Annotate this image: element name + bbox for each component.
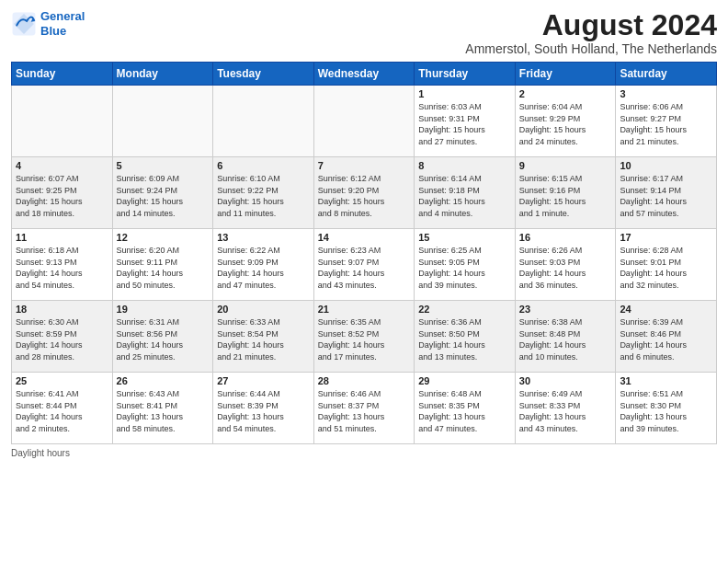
- col-monday: Monday: [112, 63, 213, 86]
- day-info: Sunrise: 6:04 AM Sunset: 9:29 PM Dayligh…: [519, 101, 612, 147]
- day-number: 14: [318, 232, 411, 243]
- table-row: 10Sunrise: 6:17 AM Sunset: 9:14 PM Dayli…: [616, 157, 717, 229]
- day-info: Sunrise: 6:46 AM Sunset: 8:37 PM Dayligh…: [318, 388, 411, 434]
- col-thursday: Thursday: [415, 63, 516, 86]
- table-row: 11Sunrise: 6:18 AM Sunset: 9:13 PM Dayli…: [12, 229, 113, 301]
- day-number: 1: [418, 88, 511, 99]
- day-number: 13: [217, 232, 310, 243]
- table-row: 8Sunrise: 6:14 AM Sunset: 9:18 PM Daylig…: [415, 157, 516, 229]
- day-number: 27: [217, 375, 310, 386]
- day-number: 29: [418, 375, 511, 386]
- table-row: [12, 86, 113, 157]
- col-saturday: Saturday: [616, 63, 717, 86]
- table-row: 2Sunrise: 6:04 AM Sunset: 9:29 PM Daylig…: [515, 86, 616, 157]
- day-info: Sunrise: 6:12 AM Sunset: 9:20 PM Dayligh…: [318, 173, 411, 219]
- table-row: 29Sunrise: 6:48 AM Sunset: 8:35 PM Dayli…: [415, 373, 516, 444]
- month-title: August 2024: [465, 9, 717, 41]
- table-row: 7Sunrise: 6:12 AM Sunset: 9:20 PM Daylig…: [313, 157, 415, 229]
- day-number: 23: [519, 304, 612, 315]
- table-row: 13Sunrise: 6:22 AM Sunset: 9:09 PM Dayli…: [213, 229, 314, 301]
- table-row: 16Sunrise: 6:26 AM Sunset: 9:03 PM Dayli…: [515, 229, 616, 301]
- day-number: 18: [16, 304, 108, 315]
- location: Ammerstol, South Holland, The Netherland…: [465, 41, 717, 56]
- table-row: 14Sunrise: 6:23 AM Sunset: 9:07 PM Dayli…: [313, 229, 415, 301]
- day-info: Sunrise: 6:44 AM Sunset: 8:39 PM Dayligh…: [217, 388, 310, 434]
- day-number: 24: [620, 304, 712, 315]
- day-number: 6: [217, 160, 310, 171]
- day-info: Sunrise: 6:18 AM Sunset: 9:13 PM Dayligh…: [16, 245, 108, 291]
- table-row: 4Sunrise: 6:07 AM Sunset: 9:25 PM Daylig…: [12, 157, 113, 229]
- footer-note: Daylight hours: [11, 448, 717, 458]
- day-info: Sunrise: 6:17 AM Sunset: 9:14 PM Dayligh…: [620, 173, 712, 219]
- day-number: 30: [519, 375, 612, 386]
- table-row: 6Sunrise: 6:10 AM Sunset: 9:22 PM Daylig…: [213, 157, 314, 229]
- day-number: 11: [16, 232, 108, 243]
- table-row: 3Sunrise: 6:06 AM Sunset: 9:27 PM Daylig…: [616, 86, 717, 157]
- day-info: Sunrise: 6:06 AM Sunset: 9:27 PM Dayligh…: [620, 101, 712, 147]
- day-info: Sunrise: 6:39 AM Sunset: 8:46 PM Dayligh…: [620, 316, 712, 362]
- col-wednesday: Wednesday: [313, 63, 415, 86]
- day-number: 7: [318, 160, 411, 171]
- day-info: Sunrise: 6:20 AM Sunset: 9:11 PM Dayligh…: [117, 245, 210, 291]
- daylight-note: Daylight hours: [11, 448, 70, 458]
- day-info: Sunrise: 6:35 AM Sunset: 8:52 PM Dayligh…: [318, 316, 411, 362]
- day-number: 3: [620, 88, 712, 99]
- day-number: 15: [418, 232, 511, 243]
- logo-icon: [11, 11, 37, 37]
- logo-line1: General: [40, 9, 85, 23]
- table-row: 26Sunrise: 6:43 AM Sunset: 8:41 PM Dayli…: [112, 373, 213, 444]
- day-number: 8: [418, 160, 511, 171]
- table-row: 18Sunrise: 6:30 AM Sunset: 8:59 PM Dayli…: [12, 301, 113, 373]
- table-row: 20Sunrise: 6:33 AM Sunset: 8:54 PM Dayli…: [213, 301, 314, 373]
- day-info: Sunrise: 6:26 AM Sunset: 9:03 PM Dayligh…: [519, 245, 612, 291]
- day-number: 31: [620, 375, 712, 386]
- day-info: Sunrise: 6:38 AM Sunset: 8:48 PM Dayligh…: [519, 316, 612, 362]
- col-friday: Friday: [515, 63, 616, 86]
- table-row: [213, 86, 314, 157]
- day-info: Sunrise: 6:07 AM Sunset: 9:25 PM Dayligh…: [16, 173, 108, 219]
- day-number: 26: [117, 375, 210, 386]
- day-info: Sunrise: 6:14 AM Sunset: 9:18 PM Dayligh…: [418, 173, 511, 219]
- table-row: [313, 86, 415, 157]
- title-block: August 2024 Ammerstol, South Holland, Th…: [465, 9, 717, 56]
- day-info: Sunrise: 6:10 AM Sunset: 9:22 PM Dayligh…: [217, 173, 310, 219]
- day-info: Sunrise: 6:48 AM Sunset: 8:35 PM Dayligh…: [418, 388, 511, 434]
- day-number: 20: [217, 304, 310, 315]
- day-info: Sunrise: 6:49 AM Sunset: 8:33 PM Dayligh…: [519, 388, 612, 434]
- table-row: 9Sunrise: 6:15 AM Sunset: 9:16 PM Daylig…: [515, 157, 616, 229]
- page: General Blue August 2024 Ammerstol, Sout…: [0, 0, 728, 563]
- day-info: Sunrise: 6:43 AM Sunset: 8:41 PM Dayligh…: [117, 388, 210, 434]
- logo-text: General Blue: [40, 9, 85, 38]
- table-row: 23Sunrise: 6:38 AM Sunset: 8:48 PM Dayli…: [515, 301, 616, 373]
- day-info: Sunrise: 6:25 AM Sunset: 9:05 PM Dayligh…: [418, 245, 511, 291]
- day-info: Sunrise: 6:30 AM Sunset: 8:59 PM Dayligh…: [16, 316, 108, 362]
- table-row: 24Sunrise: 6:39 AM Sunset: 8:46 PM Dayli…: [616, 301, 717, 373]
- day-number: 19: [117, 304, 210, 315]
- table-row: [112, 86, 213, 157]
- day-info: Sunrise: 6:36 AM Sunset: 8:50 PM Dayligh…: [418, 316, 511, 362]
- day-number: 10: [620, 160, 712, 171]
- col-sunday: Sunday: [12, 63, 113, 86]
- day-number: 16: [519, 232, 612, 243]
- day-info: Sunrise: 6:28 AM Sunset: 9:01 PM Dayligh…: [620, 245, 712, 291]
- day-info: Sunrise: 6:15 AM Sunset: 9:16 PM Dayligh…: [519, 173, 612, 219]
- table-row: 12Sunrise: 6:20 AM Sunset: 9:11 PM Dayli…: [112, 229, 213, 301]
- logo-line2: Blue: [40, 24, 66, 38]
- day-number: 22: [418, 304, 511, 315]
- table-row: 31Sunrise: 6:51 AM Sunset: 8:30 PM Dayli…: [616, 373, 717, 444]
- table-row: 19Sunrise: 6:31 AM Sunset: 8:56 PM Dayli…: [112, 301, 213, 373]
- calendar-header-row: Sunday Monday Tuesday Wednesday Thursday…: [12, 63, 717, 86]
- table-row: 17Sunrise: 6:28 AM Sunset: 9:01 PM Dayli…: [616, 229, 717, 301]
- col-tuesday: Tuesday: [213, 63, 314, 86]
- table-row: 25Sunrise: 6:41 AM Sunset: 8:44 PM Dayli…: [12, 373, 113, 444]
- header: General Blue August 2024 Ammerstol, Sout…: [11, 9, 717, 56]
- table-row: 15Sunrise: 6:25 AM Sunset: 9:05 PM Dayli…: [415, 229, 516, 301]
- table-row: 30Sunrise: 6:49 AM Sunset: 8:33 PM Dayli…: [515, 373, 616, 444]
- day-info: Sunrise: 6:41 AM Sunset: 8:44 PM Dayligh…: [16, 388, 108, 434]
- table-row: 5Sunrise: 6:09 AM Sunset: 9:24 PM Daylig…: [112, 157, 213, 229]
- table-row: 28Sunrise: 6:46 AM Sunset: 8:37 PM Dayli…: [313, 373, 415, 444]
- day-info: Sunrise: 6:51 AM Sunset: 8:30 PM Dayligh…: [620, 388, 712, 434]
- table-row: 22Sunrise: 6:36 AM Sunset: 8:50 PM Dayli…: [415, 301, 516, 373]
- calendar-table: Sunday Monday Tuesday Wednesday Thursday…: [11, 62, 717, 444]
- table-row: 27Sunrise: 6:44 AM Sunset: 8:39 PM Dayli…: [213, 373, 314, 444]
